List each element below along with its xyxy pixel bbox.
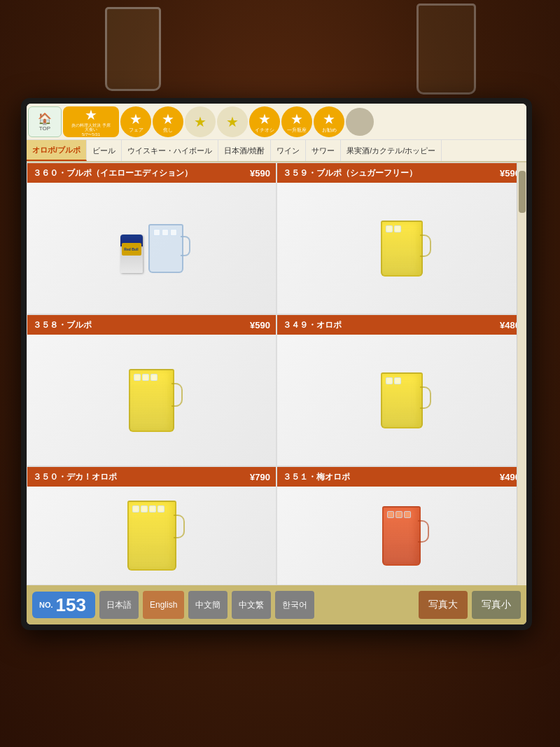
menu-item-350[interactable]: ３５０・デカ！オロポ ¥790 — [27, 466, 276, 585]
tab-oropo-label: オロポ/ブルポ — [32, 145, 80, 155]
menu-item-358[interactable]: ３５８・ブルポ ¥590 — [27, 314, 276, 466]
menu-item-351-header: ３５１・梅オロポ ¥490 — [277, 467, 526, 487]
tablet-screen: 🏠 TOP ★ 炎の料理人対決 予席大食い5/7〜5/31 ★ フェア ★ 焦し… — [27, 104, 526, 624]
menu-item-351-image — [277, 487, 526, 585]
tab-wine[interactable]: ワイン — [271, 140, 306, 161]
menu-item-360-name: ３６０・ブルポ（イエローエディション） — [33, 167, 250, 179]
tab-sake-label: 日本酒/焼酎 — [224, 146, 265, 156]
glass-decoration-right — [416, 4, 476, 95]
scrollbar[interactable] — [517, 162, 526, 585]
star-label-7: 一升瓶座 — [287, 127, 307, 133]
menu-item-360-price: ¥590 — [250, 168, 270, 179]
menu-item-350-name: ３５０・デカ！オロポ — [33, 471, 250, 483]
menu-item-349-image — [277, 335, 526, 466]
yellow-mug-lg-350 — [127, 501, 176, 571]
ice-cube — [387, 511, 394, 518]
ice-cube — [150, 374, 158, 381]
nav-star-3[interactable]: ★ 焦し — [153, 106, 183, 137]
glass-decoration-left — [105, 7, 161, 91]
tab-sour[interactable]: サワー — [306, 140, 341, 161]
scrollbar-thumb[interactable] — [519, 171, 526, 213]
tab-whiskey[interactable]: ウイスキー・ハイボール — [122, 140, 218, 161]
bottom-bar: NO. 153 日本語 English 中文簡 中文繁 한국어 写真大 写真小 — [27, 585, 526, 624]
orange-cup-351 — [382, 506, 421, 566]
redbull-logo: Red Bull — [122, 243, 141, 256]
ice-cubes — [153, 229, 178, 236]
ice-cube — [149, 505, 156, 512]
home-button[interactable]: 🏠 TOP — [28, 106, 62, 137]
menu-item-358-name: ３５８・ブルポ — [33, 319, 250, 331]
lang-chinese-simple-button[interactable]: 中文簡 — [188, 591, 227, 619]
menu-item-349-name: ３４９・オロポ — [283, 319, 500, 331]
star-icon-8: ★ — [323, 111, 335, 127]
photo-small-button[interactable]: 写真小 — [472, 591, 521, 619]
ice-cube — [386, 225, 393, 232]
yellow-mug-349 — [381, 372, 423, 428]
menu-item-359-image — [277, 183, 526, 314]
nav-extra[interactable] — [346, 108, 374, 136]
tab-sake[interactable]: 日本酒/焼酎 — [218, 140, 271, 161]
ice-cube — [404, 511, 411, 518]
tab-oropo[interactable]: オロポ/ブルポ — [27, 140, 87, 161]
ice-cube — [396, 511, 402, 518]
order-number: 153 — [56, 596, 86, 614]
ice-cube — [134, 374, 141, 381]
star-label-8: お勧め — [322, 127, 337, 133]
menu-item-350-header: ３５０・デカ！オロポ ¥790 — [27, 467, 276, 487]
home-label: TOP — [39, 125, 50, 132]
star-icon-6: ★ — [258, 111, 271, 127]
ice-cubes-350 — [132, 505, 172, 512]
nav-star-2[interactable]: ★ フェア — [120, 106, 151, 137]
ice-cube — [141, 505, 148, 512]
category-tabs: オロポ/ブルポ ビール ウイスキー・ハイボール 日本酒/焼酎 ワイン サワー 果… — [27, 140, 526, 162]
ice-cube — [132, 505, 139, 512]
tab-beer-label: ビール — [92, 146, 115, 156]
lang-japanese-button[interactable]: 日本語 — [99, 591, 139, 619]
menu-item-360-image: Red Bull — [27, 183, 276, 314]
ice-cube — [386, 377, 393, 384]
star-label-3: 焦し — [163, 127, 173, 133]
tab-beer[interactable]: ビール — [87, 140, 122, 161]
ice-cube — [158, 505, 164, 512]
yellow-mug-359 — [381, 221, 423, 277]
menu-item-350-price: ¥790 — [250, 472, 270, 482]
menu-item-359-name: ３５９・ブルポ（シュガーフリー） — [283, 167, 500, 179]
ice-cubes-358 — [134, 374, 169, 381]
menu-item-351-name: ３５１・梅オロポ — [283, 471, 500, 483]
lang-chinese-trad-button[interactable]: 中文繁 — [232, 591, 271, 619]
menu-item-358-price: ¥590 — [250, 320, 270, 330]
yellow-mug-lg-358 — [129, 369, 174, 432]
menu-item-349-header: ３４９・オロポ ¥480 — [277, 315, 526, 335]
lang-english-button[interactable]: English — [143, 591, 184, 619]
nav-star-5[interactable]: ★ — [217, 106, 248, 137]
nav-star-4[interactable]: ★ — [185, 106, 216, 137]
photo-large-button[interactable]: 写真大 — [419, 591, 468, 619]
menu-item-350-image — [27, 487, 276, 585]
ice-cube — [153, 229, 160, 236]
menu-item-360-header: ３６０・ブルポ（イエローエディション） ¥590 — [27, 163, 276, 183]
nav-star-7[interactable]: ★ 一升瓶座 — [281, 106, 312, 137]
star-icon-5: ★ — [226, 113, 239, 130]
nav-star-6[interactable]: ★ イチオシ — [249, 106, 280, 137]
redbull-can: Red Bull — [120, 235, 143, 273]
menu-item-351[interactable]: ３５１・梅オロポ ¥490 — [276, 466, 526, 585]
ice-cubes-351 — [387, 511, 416, 518]
menu-item-360[interactable]: ３６０・ブルポ（イエローエディション） ¥590 Red Bull — [27, 162, 276, 314]
nav-star-8[interactable]: ★ お勧め — [314, 106, 344, 137]
nav-star-1[interactable]: ★ 炎の料理人対決 予席大食い5/7〜5/31 — [63, 106, 119, 137]
star-icon-7: ★ — [290, 111, 303, 127]
menu-item-358-header: ３５８・ブルポ ¥590 — [27, 315, 276, 335]
tab-whiskey-label: ウイスキー・ハイボール — [127, 146, 212, 156]
top-navigation: 🏠 TOP ★ 炎の料理人対決 予席大食い5/7〜5/31 ★ フェア ★ 焦し… — [27, 104, 526, 140]
menu-item-359[interactable]: ３５９・ブルポ（シュガーフリー） ¥590 — [276, 162, 526, 314]
tablet-frame: 🏠 TOP ★ 炎の料理人対決 予席大食い5/7〜5/31 ★ フェア ★ 焦し… — [21, 98, 532, 630]
tab-fruit[interactable]: 果実酒/カクテル/ホッピー — [341, 140, 442, 161]
menu-item-349[interactable]: ３４９・オロポ ¥480 — [276, 314, 526, 466]
lang-korean-button[interactable]: 한국어 — [275, 591, 314, 619]
ice-cube — [394, 225, 401, 232]
redbull-combo-360: Red Bull — [120, 224, 183, 273]
menu-grid: ３６０・ブルポ（イエローエディション） ¥590 Red Bull — [27, 162, 526, 585]
tab-wine-label: ワイン — [276, 146, 300, 156]
tab-fruit-label: 果実酒/カクテル/ホッピー — [346, 146, 435, 156]
star-label-1: 炎の料理人対決 予席大食い5/7〜5/31 — [71, 123, 111, 137]
